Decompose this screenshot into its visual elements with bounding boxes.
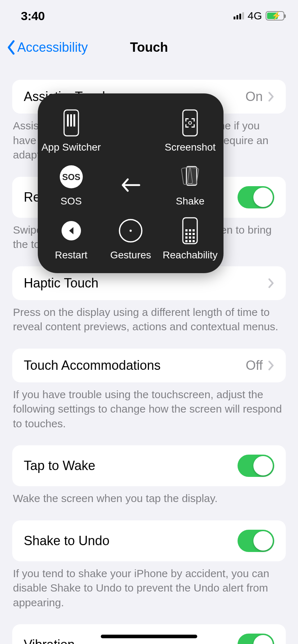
chevron-left-icon [6,40,16,55]
toggle-vibration[interactable] [238,634,274,644]
svg-rect-3 [73,114,75,126]
row-description: If you have trouble using the touchscree… [0,382,298,446]
svg-rect-22 [189,236,191,239]
row-vibration[interactable]: Vibration [12,624,286,644]
menu-item-restart[interactable]: Restart [55,217,87,261]
row-description: Wake the screen when you tap the display… [0,486,298,520]
row-label: Touch Accommodations [24,358,161,373]
battery-icon: ⚡ [266,11,284,20]
svg-rect-19 [189,233,191,235]
menu-item-reachability[interactable]: Reachability [163,217,218,261]
svg-rect-21 [185,236,188,239]
svg-rect-26 [193,240,195,242]
toggle-shake-to-undo[interactable] [238,530,274,552]
svg-rect-25 [189,240,191,242]
menu-item-label: Restart [55,249,87,261]
row-label: Shake to Undo [24,533,109,548]
status-bar: 3:40 4G ⚡ [0,0,298,32]
menu-item-gestures[interactable]: Gestures [110,217,151,261]
status-right: 4G ⚡ [234,10,284,22]
row-description: Press on the display using a different l… [0,300,298,349]
svg-rect-23 [193,236,195,239]
signal-icon [234,12,244,19]
svg-rect-4 [183,110,197,136]
svg-rect-20 [193,233,195,235]
screenshot-icon [176,109,204,137]
sos-icon: SOS [58,163,85,190]
row-label: Vibration [24,637,74,644]
chevron-right-icon [268,278,274,289]
row-tap-to-wake[interactable]: Tap to Wake [12,445,286,486]
row-value: Off [246,358,263,373]
svg-rect-24 [185,240,188,242]
svg-point-5 [189,121,191,124]
menu-item-screenshot[interactable]: Screenshot [165,109,216,153]
row-label: Haptic Touch [24,276,98,291]
svg-rect-18 [185,233,188,235]
menu-item-label: App Switcher [41,142,101,153]
menu-item-sos[interactable]: SOS SOS [58,163,85,207]
menu-item-shake[interactable]: Shake [176,163,204,207]
menu-item-label: Reachability [163,249,218,261]
row-description: If you tend to shake your iPhone by acci… [0,561,298,625]
assistivetouch-menu: App Switcher Screenshot SOS SOS Shake Re… [38,93,224,273]
menu-item-app-switcher[interactable]: App Switcher [41,109,101,153]
restart-icon [58,217,85,244]
menu-item-label: Screenshot [165,142,216,153]
back-button[interactable]: Accessibility [6,40,88,55]
svg-rect-16 [189,229,191,231]
chevron-right-icon [268,91,274,102]
row-value: On [245,89,263,104]
svg-rect-15 [185,229,188,231]
row-touch-accommodations[interactable]: Touch Accommodations Off [12,349,286,382]
arrow-left-icon [121,178,141,192]
svg-rect-17 [193,229,195,231]
row-label: Tap to Wake [24,458,95,473]
shake-icon [176,163,204,190]
svg-rect-2 [70,114,72,126]
home-indicator[interactable] [101,635,197,638]
status-time: 3:40 [21,9,45,23]
row-shake-to-undo[interactable]: Shake to Undo [12,520,286,561]
gestures-icon [117,217,144,244]
svg-rect-1 [67,114,69,126]
nav-bar: Accessibility Touch [0,32,298,63]
back-label: Accessibility [17,40,88,55]
network-label: 4G [248,10,262,22]
app-switcher-icon [58,109,85,137]
menu-item-label: SOS [60,196,82,207]
page-title: Touch [130,40,168,55]
menu-back-arrow[interactable] [121,178,141,192]
svg-text:SOS: SOS [62,172,80,182]
toggle-reachability[interactable] [238,186,274,208]
toggle-tap-to-wake[interactable] [238,455,274,477]
chevron-right-icon [268,360,274,371]
menu-item-label: Gestures [110,249,151,261]
reachability-icon [176,217,204,244]
svg-point-13 [130,230,132,232]
menu-item-label: Shake [176,196,204,207]
